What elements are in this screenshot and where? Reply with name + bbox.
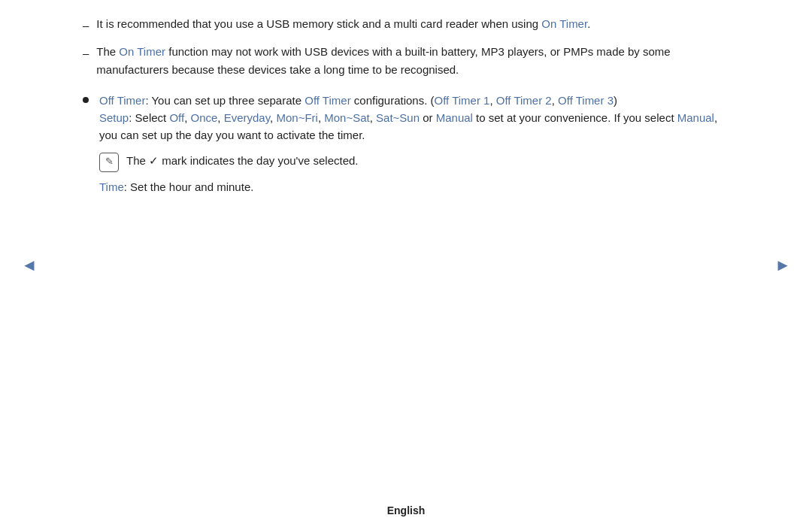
main-content: – It is recommended that you use a USB m… [83, 15, 729, 485]
bullet-dot [83, 97, 89, 103]
dash-item-text: It is recommended that you use a USB mem… [96, 15, 590, 32]
dash-item-text: The On Timer function may not work with … [96, 43, 729, 78]
footer-language: English [387, 504, 426, 516]
once-option: Once [190, 111, 217, 124]
right-arrow-icon: ► [774, 256, 791, 274]
bullet-content: Off Timer: You can set up three separate… [99, 92, 729, 195]
on-timer-link-2: On Timer [119, 45, 165, 58]
dash-symbol: – [83, 44, 89, 62]
mon-fri-option: Mon~Fri [276, 111, 317, 124]
list-item: Off Timer: You can set up three separate… [83, 92, 729, 195]
off-option: Off [169, 111, 184, 124]
dash-symbol: – [83, 17, 89, 34]
note-icon [99, 153, 119, 172]
setup-label: Setup [99, 111, 129, 124]
list-item: – The On Timer function may not work wit… [83, 43, 729, 78]
on-timer-link-1: On Timer [541, 17, 587, 30]
note-box: The ✓ mark indicates the day you've sele… [99, 152, 729, 172]
off-timer-label: Off Timer [99, 94, 145, 107]
left-arrow-icon: ◄ [21, 256, 38, 274]
everyday-option: Everyday [224, 111, 270, 124]
manual-option-2: Manual [677, 111, 714, 124]
prev-page-button[interactable]: ◄ [21, 256, 38, 275]
time-label: Time [99, 180, 124, 193]
setup-line: Setup: Select Off, Once, Everyday, Mon~F… [99, 109, 729, 144]
next-page-button[interactable]: ► [774, 256, 791, 275]
bullet-list: Off Timer: You can set up three separate… [83, 92, 729, 195]
off-timer-3: Off Timer 3 [558, 94, 614, 107]
off-timer-intro: Off Timer: You can set up three separate… [99, 92, 729, 109]
time-line: Time: Set the hour and minute. [99, 178, 729, 195]
off-timer-2: Off Timer 2 [496, 94, 552, 107]
mon-sat-option: Mon~Sat [324, 111, 369, 124]
list-item: – It is recommended that you use a USB m… [83, 15, 729, 34]
dash-list: – It is recommended that you use a USB m… [83, 15, 729, 78]
off-timer-ref: Off Timer [304, 94, 350, 107]
manual-option-1: Manual [436, 111, 473, 124]
off-timer-1: Off Timer 1 [435, 94, 490, 107]
check-mark: ✓ [149, 154, 159, 167]
note-text: The ✓ mark indicates the day you've sele… [126, 152, 359, 169]
sat-sun-option: Sat~Sun [376, 111, 420, 124]
